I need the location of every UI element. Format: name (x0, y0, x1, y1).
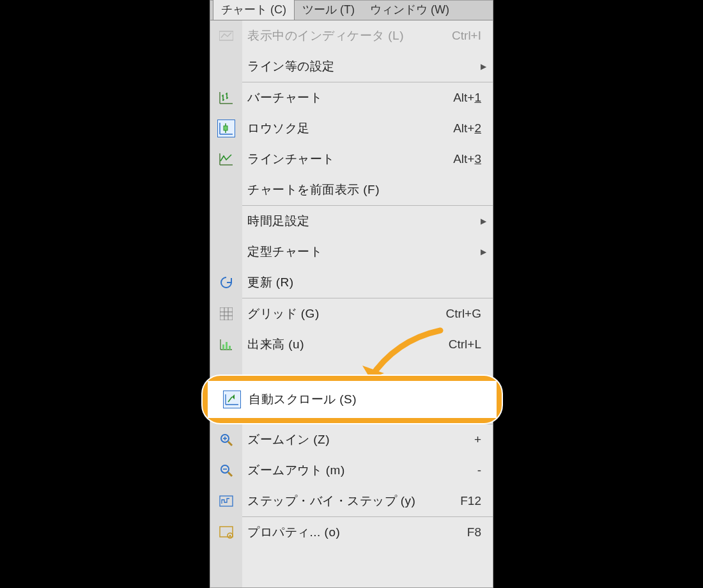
menu-properties[interactable]: プロパティ... (o) F8 (210, 517, 493, 548)
menu-item-accelerator: F12 (422, 494, 493, 508)
menu-chart[interactable]: チャート (C) (213, 0, 295, 20)
menu-autoscroll[interactable]: 自動スクロール (S) (208, 381, 497, 418)
svg-line-11 (228, 472, 232, 476)
menu-window[interactable]: ウィンドウ (W) (362, 0, 457, 20)
menu-zoom-in[interactable]: ズームイン (Z) + (210, 424, 493, 455)
highlight-callout: 自動スクロール (S) (203, 376, 502, 423)
menu-item-label: 表示中のインディケータ (L) (242, 27, 422, 44)
menu-item-label: グリッド (G) (242, 306, 422, 322)
menu-grid[interactable]: グリッド (G) Ctrl+G (210, 298, 493, 329)
volume-icon (217, 336, 235, 353)
menu-line-chart[interactable]: ラインチャート Alt+3 (210, 144, 493, 174)
svg-point-16 (229, 535, 231, 537)
zoom-in-icon (217, 431, 235, 449)
menu-item-label: ズームアウト (m) (242, 462, 422, 479)
autoscroll-icon (223, 391, 241, 408)
refresh-icon (217, 274, 235, 291)
submenu-arrow-icon: ▶ (474, 62, 493, 71)
menu-item-accelerator: Alt+1 (422, 91, 493, 105)
svg-rect-5 (229, 346, 231, 350)
menu-timeframe[interactable]: 時間足設定 ▶ (210, 206, 493, 236)
menu-item-label: プロパティ... (o) (242, 524, 422, 541)
menu-item-label: 自動スクロール (S) (246, 391, 497, 408)
menu-item-accelerator: F8 (422, 525, 493, 539)
menu-zoom-out[interactable]: ズームアウト (m) - (210, 455, 493, 486)
menu-template[interactable]: 定型チャート ▶ (210, 236, 493, 267)
menu-item-accelerator: Ctrl+I (422, 29, 493, 43)
menu-item-label: チャートを前面表示 (F) (242, 182, 422, 198)
menu-item-label: ズームイン (Z) (242, 431, 422, 448)
menu-item-accelerator: Ctrl+G (422, 307, 493, 321)
menu-chart-foreground[interactable]: チャートを前面表示 (F) (210, 174, 493, 205)
svg-rect-2 (224, 126, 228, 130)
menu-step-by-step[interactable]: ステップ・バイ・ステップ (y) F12 (210, 486, 493, 516)
svg-rect-3 (222, 344, 224, 350)
bar-chart-icon (217, 89, 235, 107)
menubar: チャート (C) ツール (T) ウィンドウ (W) (210, 1, 493, 20)
svg-rect-4 (226, 342, 228, 350)
menu-item-accelerator: Alt+2 (422, 121, 493, 135)
menu-volume[interactable]: 出来高 (u) Ctrl+L (210, 329, 493, 360)
menu-item-label: 時間足設定 (242, 213, 474, 229)
menu-item-label: 定型チャート (242, 244, 474, 260)
menu-candlestick[interactable]: ロウソク足 Alt+2 (210, 113, 493, 144)
line-chart-icon (217, 150, 235, 168)
menu-refresh[interactable]: 更新 (R) (210, 267, 493, 298)
grid-icon (217, 305, 235, 323)
menu-item-accelerator: + (422, 433, 493, 447)
step-icon (217, 492, 235, 510)
chart-dropdown: 表示中のインディケータ (L) Ctrl+I ライン等の設定 ▶ バーチャート … (210, 20, 493, 587)
menu-indicators[interactable]: 表示中のインディケータ (L) Ctrl+I (210, 20, 493, 51)
menu-line-settings[interactable]: ライン等の設定 ▶ (210, 51, 493, 82)
submenu-arrow-icon: ▶ (474, 217, 493, 226)
menu-bar-chart[interactable]: バーチャート Alt+1 (210, 82, 493, 113)
menu-item-label: ライン等の設定 (242, 58, 474, 75)
submenu-arrow-icon: ▶ (474, 247, 493, 256)
menu-item-accelerator: - (422, 463, 493, 477)
candlestick-icon (217, 120, 235, 137)
menu-item-label: バーチャート (242, 89, 422, 106)
menu-tools[interactable]: ツール (T) (295, 0, 362, 20)
indicators-icon (217, 27, 235, 45)
properties-icon (217, 523, 235, 541)
menu-item-label: ステップ・バイ・ステップ (y) (242, 493, 422, 509)
app-window: チャート (C) ツール (T) ウィンドウ (W) 表示中のインディケータ (… (210, 0, 493, 588)
menu-item-label: 更新 (R) (242, 274, 422, 291)
menu-item-label: ラインチャート (242, 151, 422, 167)
svg-line-7 (228, 442, 232, 445)
menu-item-label: ロウソク足 (242, 120, 422, 137)
zoom-out-icon (217, 461, 235, 479)
menu-item-accelerator: Alt+3 (422, 152, 493, 166)
